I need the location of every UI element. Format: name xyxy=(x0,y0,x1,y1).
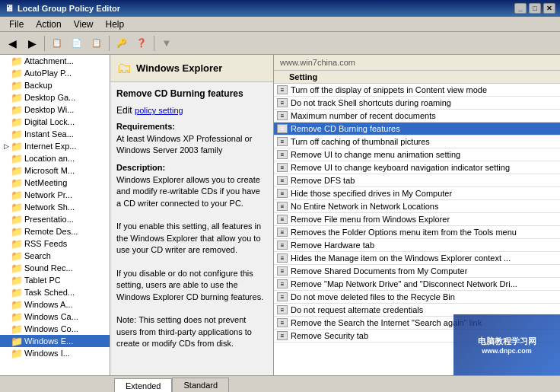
maximize-button[interactable]: □ xyxy=(529,3,541,14)
minimize-button[interactable]: _ xyxy=(514,3,527,14)
folder-icon: 📁 xyxy=(11,68,23,78)
tree-arrow xyxy=(2,263,11,272)
folder-icon: 📁 xyxy=(11,287,23,298)
copy-button[interactable]: 📄 xyxy=(68,35,86,52)
settings-row-text: Hides the Manage item on the Windows Exp… xyxy=(291,253,511,263)
tree-item-location[interactable]: 📁 Location an... xyxy=(0,152,110,164)
show-hide-button[interactable]: 📋 xyxy=(48,35,66,52)
tree-item-network-sh[interactable]: 📁 Network Sh... xyxy=(0,201,110,213)
settings-row[interactable]: ≡Remove UI to change keyboard navigation… xyxy=(274,161,560,174)
tree-item-netmeeting[interactable]: 📁 NetMeeting xyxy=(0,177,110,189)
folder-icon: 📁 xyxy=(11,250,23,261)
settings-row[interactable]: ≡Remove CD Burning features xyxy=(274,123,560,135)
settings-row[interactable]: ≡Do not move deleted files to the Recycl… xyxy=(274,291,560,304)
tree-label: Tablet PC xyxy=(23,276,61,285)
tree-item-windows-ca[interactable]: 📁 Windows Ca... xyxy=(0,311,110,323)
tree-arrow xyxy=(2,251,11,260)
description-text: Windows Explorer allows you to create an… xyxy=(116,174,267,350)
settings-row[interactable]: ≡Turn off the display of snippets in Con… xyxy=(274,84,560,97)
tree-item-microsoft-m[interactable]: 📁 Microsoft M... xyxy=(0,164,110,177)
folder-icon: 📁 xyxy=(11,80,23,91)
tree-item-desktop-wi[interactable]: 📁 Desktop Wi... xyxy=(0,104,110,116)
tree-item-network-pr[interactable]: 📁 Network Pr... xyxy=(0,189,110,201)
requirements-title: Requirements: xyxy=(116,122,267,131)
settings-row[interactable]: ≡Do not track Shell shortcuts during roa… xyxy=(274,97,560,110)
settings-row[interactable]: ≡Hides the Manage item on the Windows Ex… xyxy=(274,252,560,265)
tree-item-digital-lock[interactable]: 📁 Digital Lock... xyxy=(0,116,110,128)
middle-panel: 🗂 Windows Explorer Remove CD Burning fea… xyxy=(110,55,274,375)
folder-icon: 📁 xyxy=(11,348,23,359)
folder-icon: 📁 xyxy=(11,226,23,237)
settings-row-text: Remove DFS tab xyxy=(291,176,355,185)
tree-item-backup[interactable]: 📁 Backup xyxy=(0,79,110,91)
settings-row[interactable]: ≡Remove Shared Documents from My Compute… xyxy=(274,265,560,278)
tree-arrow xyxy=(2,202,11,212)
tree-item-presentatio[interactable]: 📁 Presentatio... xyxy=(0,213,110,225)
paste-button[interactable]: 📋 xyxy=(88,35,106,52)
edit-label: Edit xyxy=(116,105,132,116)
tree-item-windows-a[interactable]: 📁 Windows A... xyxy=(0,298,110,311)
settings-row-text: Do not move deleted files to the Recycle… xyxy=(291,292,455,301)
help-button[interactable]: ❓ xyxy=(132,35,151,52)
settings-row[interactable]: ≡Remove UI to change menu animation sett… xyxy=(274,148,560,161)
tree-arrow xyxy=(2,215,11,224)
settings-row[interactable]: ≡Hide those specified drives in My Compu… xyxy=(274,187,560,200)
row-policy-icon: ≡ xyxy=(277,318,288,327)
tab-extended[interactable]: Extended xyxy=(114,378,172,392)
tree-arrow xyxy=(2,190,11,199)
menu-file[interactable]: File xyxy=(3,18,30,31)
settings-row[interactable]: ≡Remove File menu from Windows Explorer xyxy=(274,213,560,226)
folder-icon: 📁 xyxy=(11,275,23,285)
policy-link[interactable]: policy setting xyxy=(135,106,183,115)
tree-item-remote-des[interactable]: 📁 Remote Des... xyxy=(0,225,110,237)
tree-item-task-sched[interactable]: 📁 Task Sched... xyxy=(0,286,110,298)
settings-row[interactable]: ≡Removes the Folder Options menu item fr… xyxy=(274,226,560,239)
tree-item-internet-exp[interactable]: ▷ 📁 Internet Exp... xyxy=(0,140,110,152)
tree-label: Network Sh... xyxy=(23,202,75,212)
settings-row[interactable]: ≡Remove "Map Network Drive" and "Disconn… xyxy=(274,278,560,291)
right-header: www.win7china.com xyxy=(274,55,560,71)
folder-icon: 📁 xyxy=(11,311,23,322)
row-policy-icon: ≡ xyxy=(277,98,288,107)
settings-row-text: Remove UI to change menu animation setti… xyxy=(291,150,460,159)
tree-item-search[interactable]: 📁 Search xyxy=(0,250,110,262)
tree-item-desktop-ga[interactable]: 📁 Desktop Ga... xyxy=(0,91,110,104)
settings-row-text: Turn off caching of thumbnail pictures xyxy=(291,137,430,146)
menu-action[interactable]: Action xyxy=(30,18,67,31)
tree-item-instant-sea[interactable]: 📁 Instant Sea... xyxy=(0,128,110,140)
tree-item-autoplay[interactable]: 📁 AutoPlay P... xyxy=(0,67,110,79)
settings-row-text: Remove Security tab xyxy=(291,331,368,340)
menu-help[interactable]: Help xyxy=(100,18,131,31)
tree-arrow: ▷ xyxy=(2,142,11,151)
toolbar-separator-3 xyxy=(154,36,154,51)
tree-item-rss[interactable]: 📁 RSS Feeds xyxy=(0,237,110,250)
row-policy-icon: ≡ xyxy=(277,241,288,250)
middle-header: 🗂 Windows Explorer xyxy=(110,55,273,82)
settings-row[interactable]: ≡Remove DFS tab xyxy=(274,174,560,187)
tree-item-windows-co[interactable]: 📁 Windows Co... xyxy=(0,323,110,335)
tree-label: Network Pr... xyxy=(23,190,72,199)
settings-row-text: Maximum number of recent documents xyxy=(291,111,436,120)
tree-label: Backup xyxy=(23,81,52,90)
tab-standard[interactable]: Standard xyxy=(172,378,229,392)
folder-icon: 📁 xyxy=(11,165,23,176)
tree-item-tablet-pc[interactable]: 📁 Tablet PC xyxy=(0,274,110,286)
menu-view[interactable]: View xyxy=(68,18,100,31)
tree-item-windows-e[interactable]: 📁 Windows E... xyxy=(0,335,110,347)
settings-row[interactable]: ≡Maximum number of recent documents xyxy=(274,110,560,123)
close-button[interactable]: ✕ xyxy=(543,3,555,14)
settings-row[interactable]: ≡Turn off caching of thumbnail pictures xyxy=(274,135,560,148)
filter-button[interactable]: ▼ xyxy=(158,35,176,52)
tree-item-windows-i[interactable]: 📁 Windows I... xyxy=(0,347,110,359)
policy-name: Remove CD Burning features xyxy=(116,88,267,99)
tree-label: Desktop Ga... xyxy=(23,93,75,102)
forward-button[interactable]: ▶ xyxy=(23,35,41,52)
tree-item-sound-rec[interactable]: 📁 Sound Rec... xyxy=(0,262,110,274)
properties-button[interactable]: 🔑 xyxy=(113,35,131,52)
back-button[interactable]: ◀ xyxy=(3,35,21,52)
row-policy-icon: ≡ xyxy=(277,253,288,263)
tree-item-attachments[interactable]: 📁 Attachment... xyxy=(0,55,110,67)
settings-row-text: Turn off the display of snippets in Cont… xyxy=(291,85,487,94)
settings-row[interactable]: ≡Remove Hardware tab xyxy=(274,239,560,252)
settings-row[interactable]: ≡No Entire Network in Network Locations xyxy=(274,200,560,213)
